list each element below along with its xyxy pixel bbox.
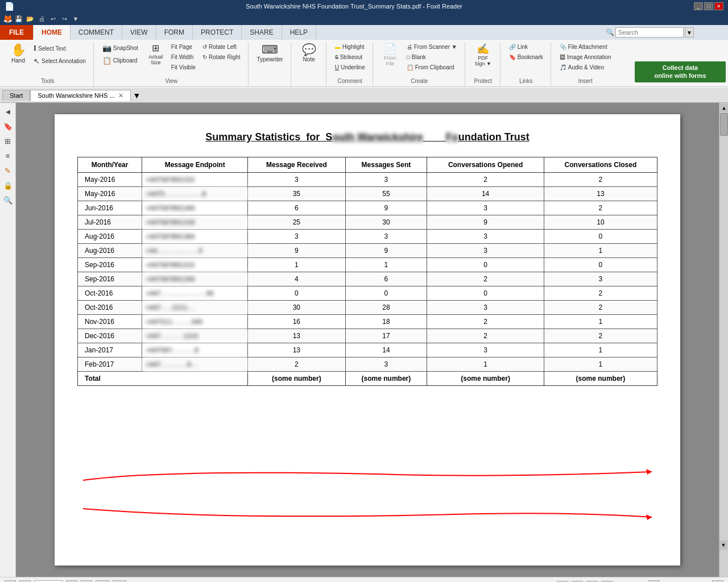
close-button[interactable]: ✕ — [714, 2, 723, 10]
sidebar-layers-icon[interactable]: ≡ — [2, 149, 14, 162]
highlight-button[interactable]: ▬ Highlight — [332, 42, 368, 52]
sidebar-thumbnail-icon[interactable]: ⊞ — [2, 135, 14, 147]
file-attachment-button[interactable]: 📎 File Attachment — [557, 42, 614, 52]
minimize-button[interactable]: _ — [694, 2, 703, 10]
ribbon-group-note: 💬 Note — [292, 42, 326, 86]
search-input[interactable] — [615, 27, 684, 38]
tab-close-button[interactable]: ✕ — [118, 92, 123, 99]
cell-received: 9 — [248, 244, 345, 258]
clipboard-icon: 📋 — [102, 56, 111, 65]
select-text-button[interactable]: 𝐈 Select Text — [31, 42, 89, 55]
image-annotation-button[interactable]: 🖼 Image Annotation — [557, 52, 614, 62]
sidebar-search-icon[interactable]: 🔍 — [2, 194, 14, 206]
nav-extra2[interactable]: ⊡ — [113, 580, 126, 583]
cell-received: 3 — [248, 230, 345, 244]
select-text-label: Select Text — [38, 45, 66, 52]
first-page-button[interactable]: |◀ — [5, 580, 16, 583]
total-row: Total (some number) (some number) (some … — [78, 372, 657, 386]
typewriter-button[interactable]: ⌨ Typewriter — [254, 42, 286, 64]
table-row: Feb-2017 +447.......0.. 2 3 1 1 — [78, 357, 657, 372]
right-scrollbar[interactable]: ▲ ▼ — [719, 103, 728, 577]
rotate-right-label: Rotate Right — [209, 54, 241, 60]
link-button[interactable]: 🔗 Link — [506, 42, 546, 52]
cell-closed: 10 — [544, 215, 657, 230]
collect-data-button[interactable]: Collect data online with forms — [635, 61, 726, 82]
from-clipboard-button[interactable]: 📋 From Clipboard — [404, 63, 460, 72]
note-button[interactable]: 💬 Note — [297, 42, 320, 64]
pdf-sign-button[interactable]: ✍ PDFSign ▼ — [471, 42, 494, 68]
sidebar-bookmark-icon[interactable]: 🔖 — [2, 120, 14, 132]
sidebar-comment-icon[interactable]: ✎ — [2, 164, 14, 177]
links-group-label: Links — [519, 77, 532, 84]
cell-month: Nov-2016 — [78, 315, 142, 329]
table-row: Jun-2016 +447507891349 6 9 3 2 — [78, 201, 657, 215]
fit-visible-button[interactable]: Fit Visible — [168, 63, 198, 72]
audio-video-button[interactable]: 🎵 Audio & Video — [557, 63, 614, 72]
view-buttons: 📷 SnapShot 📋 Clipboard ⊞ ActualSize Fit … — [100, 42, 243, 77]
file-attachment-label: File Attachment — [568, 44, 607, 50]
cell-endpoint: +447......1315 — [142, 329, 248, 343]
pdf-title: Summary Statistics for South Warwickshir… — [77, 131, 657, 143]
cell-month: May-2016 — [78, 173, 142, 187]
clipboard-button[interactable]: 📋 Clipboard — [100, 55, 141, 66]
hand-tool-button[interactable]: ✋ Hand — [7, 42, 30, 65]
cell-endpoint: +44...........9 — [142, 244, 248, 258]
tab-start[interactable]: Start — [2, 90, 30, 101]
rotate-left-button[interactable]: ↺ Rotate Left — [200, 42, 243, 52]
tab-help[interactable]: HELP — [282, 25, 316, 40]
select-annotation-button[interactable]: ↖ Select Annotation — [31, 55, 89, 67]
ribbon-group-protect: ✍ PDFSign ▼ Protect — [466, 42, 500, 86]
ribbon: FILE HOME COMMENT VIEW FORM PROTECT SHAR… — [0, 25, 728, 87]
audio-video-icon: 🎵 — [560, 64, 566, 70]
cell-endpoint: +447507891310 — [142, 215, 248, 230]
cell-sent: 3 — [345, 173, 427, 187]
search-dropdown-button[interactable]: ▼ — [685, 27, 694, 38]
prev-page-button[interactable]: ◀ — [19, 580, 31, 583]
table-row: Sep-2016 +447507891315 1 1 0 0 — [78, 258, 657, 272]
bookmark-button[interactable]: 🔖 Bookmark — [506, 52, 546, 62]
tab-home[interactable]: HOME — [34, 25, 71, 40]
zoom-out-button[interactable]: − — [648, 580, 660, 583]
snapshot-button[interactable]: 📷 SnapShot — [100, 42, 141, 54]
sidebar-lock-icon[interactable]: 🔒 — [2, 179, 14, 192]
strikeout-button[interactable]: S̶ Strikeout — [332, 52, 368, 62]
qa-save-button[interactable]: 💾 — [14, 14, 24, 24]
tab-dropdown-button[interactable]: ▼ — [133, 91, 141, 100]
tab-share[interactable]: SHARE — [242, 25, 282, 40]
tab-comment[interactable]: COMMENT — [71, 25, 122, 40]
tab-protect[interactable]: PROTECT — [193, 25, 242, 40]
next-page-button[interactable]: ▶ — [66, 580, 77, 583]
zoom-in-button[interactable]: + — [712, 580, 723, 583]
rotate-right-button[interactable]: ↻ Rotate Right — [200, 52, 243, 62]
rotate-left-icon: ↺ — [202, 44, 207, 50]
ribbon-content: ✋ Hand 𝐈 Select Text ↖ Select Annotation… — [0, 40, 728, 86]
from-file-button[interactable]: 📄 FromFile — [379, 42, 402, 68]
cell-endpoint: +447...2211.. — [142, 301, 248, 315]
qa-more-button[interactable]: ▼ — [71, 14, 81, 24]
cell-received: 0 — [248, 286, 345, 301]
nav-extra1[interactable]: ⊞ — [96, 580, 109, 583]
window-controls: _ □ ✕ — [694, 2, 723, 10]
from-scanner-button[interactable]: 🖨 From Scanner ▼ — [404, 42, 460, 52]
maximize-button[interactable]: □ — [704, 2, 713, 10]
sidebar-toggle-button[interactable]: ◀ — [2, 105, 14, 118]
last-page-button[interactable]: ▶| — [81, 580, 92, 583]
cell-month: Jan-2017 — [78, 343, 142, 357]
qa-redo-button[interactable]: ↪ — [59, 14, 69, 24]
underline-button[interactable]: U Underline — [332, 63, 368, 72]
fit-width-button[interactable]: Fit Width — [168, 52, 198, 62]
qa-print-button[interactable]: 🖨 — [36, 14, 47, 24]
tab-document[interactable]: South Warwickshire NHS ... ✕ — [30, 90, 130, 101]
cell-endpoint: +447507891349 — [142, 201, 248, 215]
page-input[interactable] — [34, 580, 63, 583]
scroll-thumb[interactable] — [720, 113, 728, 136]
tab-view[interactable]: VIEW — [122, 25, 156, 40]
actual-size-button[interactable]: ⊞ ActualSize — [144, 42, 167, 67]
blank-button[interactable]: □ Blank — [404, 52, 460, 62]
fit-page-button[interactable]: Fit Page — [168, 42, 198, 52]
tab-file[interactable]: FILE — [0, 25, 34, 40]
qa-undo-button[interactable]: ↩ — [48, 14, 58, 24]
tab-form[interactable]: FORM — [156, 25, 193, 40]
qa-open-button[interactable]: 📂 — [25, 14, 35, 24]
tab-document-label: South Warwickshire NHS ... — [38, 92, 114, 99]
